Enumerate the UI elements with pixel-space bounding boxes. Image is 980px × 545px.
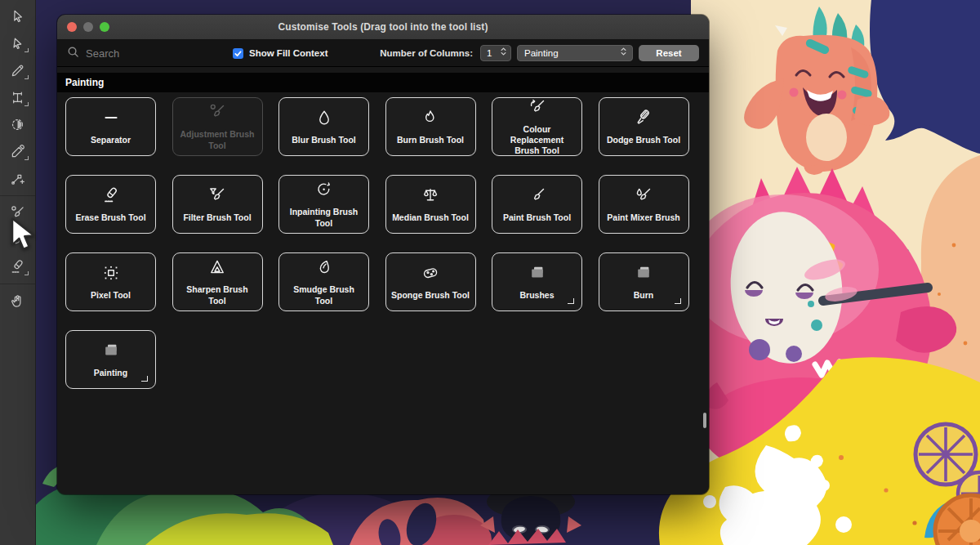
show-fill-context-checkbox[interactable]: Show Fill Context xyxy=(233,48,327,59)
paint-brush-icon xyxy=(528,185,547,208)
eraser-dashes-icon xyxy=(101,185,121,208)
folder-icon xyxy=(101,341,121,364)
tool-label: Dodge Brush Tool xyxy=(602,135,685,145)
tool-label: Smudge Brush Tool xyxy=(279,284,368,306)
section-header: Painting xyxy=(57,73,709,92)
tool-button-paint-brush-tool[interactable]: Paint Brush Tool xyxy=(492,175,582,234)
tool-button-median-brush-tool[interactable]: Median Brush Tool xyxy=(385,175,476,234)
brush-hatched-icon xyxy=(634,108,653,131)
tool-label: Sharpen Brush Tool xyxy=(173,284,262,306)
mouse-cursor xyxy=(10,217,41,255)
tool-button-blur-brush-tool[interactable]: Blur Brush Tool xyxy=(278,97,369,156)
checkbox-label: Show Fill Context xyxy=(249,48,327,58)
tool-label: Adjustment Brush Tool xyxy=(173,129,262,150)
close-button[interactable] xyxy=(67,22,77,32)
tool-button-painting[interactable]: Painting xyxy=(65,330,156,389)
dialog-titlebar[interactable]: Customise Tools (Drag tool into the tool… xyxy=(57,15,709,40)
sponge-icon xyxy=(421,263,440,286)
tool-button-filter-brush-tool[interactable]: Filter Brush Tool xyxy=(172,175,263,234)
tool-button-sharpen-brush-tool[interactable]: Sharpen Brush Tool xyxy=(172,252,263,311)
sidebar-node-tool[interactable] xyxy=(0,165,35,192)
pixel-square-icon xyxy=(101,263,121,286)
sidebar-erase-brush-tool[interactable] xyxy=(0,253,35,280)
search-icon xyxy=(67,46,79,61)
tool-button-inpainting-brush-tool[interactable]: Inpainting Brush Tool xyxy=(278,175,369,234)
tool-label: Median Brush Tool xyxy=(387,212,474,223)
smudge-drop-icon xyxy=(314,257,334,280)
tool-label: Colour Replacement Brush Tool xyxy=(492,124,581,156)
brush-funnel-icon xyxy=(207,185,227,208)
flame-icon xyxy=(421,108,440,131)
folder-icon xyxy=(528,263,547,286)
tool-button-smudge-brush-tool[interactable]: Smudge Brush Tool xyxy=(278,252,369,311)
group-corner-mark xyxy=(675,298,681,304)
tool-label: Paint Brush Tool xyxy=(498,212,576,223)
tool-grid: SeparatorAdjustment Brush ToolBlur Brush… xyxy=(57,92,709,397)
scale-icon xyxy=(421,185,440,208)
customise-tools-dialog: Customise Tools (Drag tool into the tool… xyxy=(57,15,709,494)
sidebar-selection-brush-tool[interactable] xyxy=(0,111,35,138)
tool-button-burn-brush-tool[interactable]: Burn Brush Tool xyxy=(385,97,476,156)
sidebar-pen-tool[interactable] xyxy=(0,57,35,84)
flyout-corner-mark xyxy=(24,75,29,79)
brush-loop-icon xyxy=(314,180,334,203)
tool-label: Painting xyxy=(89,368,132,378)
sidebar-selection-tool[interactable] xyxy=(0,30,35,57)
dialog-title: Customise Tools (Drag tool into the tool… xyxy=(278,21,488,33)
category-dropdown[interactable]: Painting xyxy=(517,45,633,61)
sidebar-divider xyxy=(0,195,35,196)
frame-text-icon xyxy=(9,89,26,106)
eraser-dashes-icon xyxy=(9,258,26,275)
tool-label: Sponge Brush Tool xyxy=(386,290,474,301)
dialog-toolbar: Search Show Fill Context Number of Colum… xyxy=(57,40,709,67)
search-placeholder: Search xyxy=(86,47,119,60)
triangle-sharpen-icon xyxy=(207,257,227,280)
tool-button-brushes[interactable]: Brushes xyxy=(492,252,582,311)
dialog-content: Painting SeparatorAdjustment Brush ToolB… xyxy=(57,73,709,494)
dropdown-chevrons-icon xyxy=(619,46,628,60)
sidebar-move-tool[interactable] xyxy=(0,3,35,30)
minus-icon xyxy=(101,108,121,131)
search-input[interactable]: Search xyxy=(67,46,233,61)
minimize-button[interactable] xyxy=(83,22,93,32)
tool-button-separator[interactable]: Separator xyxy=(65,97,156,156)
tool-button-adjustment-brush-tool: Adjustment Brush Tool xyxy=(172,97,263,156)
flyout-corner-mark xyxy=(24,102,29,106)
group-corner-mark xyxy=(141,376,148,382)
brush-drop-icon xyxy=(634,185,653,208)
tool-label: Paint Mixer Brush xyxy=(602,212,684,223)
columns-label: Number of Columns: xyxy=(380,48,473,58)
tool-button-paint-mixer-brush[interactable]: Paint Mixer Brush xyxy=(599,175,689,234)
sidebar-colour-picker-tool[interactable] xyxy=(0,138,35,165)
tool-button-sponge-brush-tool[interactable]: Sponge Brush Tool xyxy=(385,252,476,311)
tool-label: Erase Brush Tool xyxy=(70,212,150,223)
columns-stepper[interactable]: 1 xyxy=(480,45,511,61)
window-controls xyxy=(67,15,109,39)
flyout-corner-mark xyxy=(24,48,29,52)
columns-value: 1 xyxy=(487,48,492,58)
tool-label: Burn xyxy=(629,290,659,301)
tool-button-dodge-brush-tool[interactable]: Dodge Brush Tool xyxy=(599,97,689,156)
reset-button[interactable]: Reset xyxy=(639,45,699,61)
brush-swap-icon xyxy=(528,97,547,120)
tool-label: Pixel Tool xyxy=(86,290,136,301)
group-corner-mark xyxy=(568,298,574,304)
tool-button-colour-replacement-brush-tool[interactable]: Colour Replacement Brush Tool xyxy=(492,97,582,156)
sidebar-divider xyxy=(0,284,35,284)
category-value: Painting xyxy=(524,48,559,58)
sidebar-view-pan-tool[interactable] xyxy=(0,288,35,315)
dialog-scrollbar-thumb[interactable] xyxy=(703,413,706,428)
sidebar-frame-text-tool[interactable] xyxy=(0,84,35,111)
tool-label: Blur Brush Tool xyxy=(287,135,361,145)
zoom-button[interactable] xyxy=(100,22,109,32)
toolbar-right-cluster: Number of Columns: 1 Painting xyxy=(380,45,699,61)
pencil-icon xyxy=(9,62,26,79)
tool-button-burn[interactable]: Burn xyxy=(599,252,689,311)
tools-sidebar xyxy=(0,0,36,545)
droplet-icon xyxy=(314,108,334,131)
tool-button-pixel-tool[interactable]: Pixel Tool xyxy=(65,252,156,311)
flyout-corner-mark xyxy=(24,271,29,275)
stepper-chevrons-icon xyxy=(499,46,508,60)
tool-label: Burn Brush Tool xyxy=(392,135,469,145)
tool-button-erase-brush-tool[interactable]: Erase Brush Tool xyxy=(65,175,156,234)
